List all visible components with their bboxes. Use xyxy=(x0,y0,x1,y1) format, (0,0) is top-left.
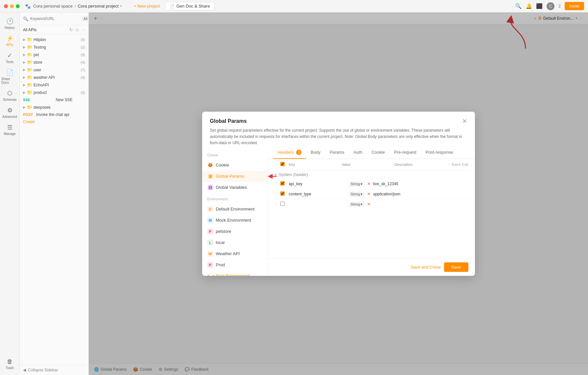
checkbox-content-type[interactable] xyxy=(280,191,285,196)
tab-pre-request[interactable]: Pre-request xyxy=(389,146,421,159)
nav-env-prod[interactable]: P Prod xyxy=(202,259,268,271)
close-button[interactable] xyxy=(4,4,8,8)
trash-icon: 🗑 xyxy=(7,358,13,365)
refresh-icon[interactable]: ↻ xyxy=(69,27,73,32)
chevron-right-icon: ▶ xyxy=(23,105,26,109)
folder-icon: 📁 xyxy=(27,105,32,110)
param-check-api-key[interactable] xyxy=(280,181,288,187)
collapse-icon[interactable]: ▼ xyxy=(274,173,278,177)
tree-item-store[interactable]: ▶ 📁 store (4) xyxy=(20,58,88,66)
all-filter-tag[interactable]: All xyxy=(82,16,89,21)
chevron-right-icon: ▶ xyxy=(23,83,26,87)
sidebar-item-tests[interactable]: ✓ Tests xyxy=(0,49,19,66)
env-weather-icon: W xyxy=(207,251,213,257)
breadcrumb-project[interactable]: Cora personal project ▾ xyxy=(78,4,122,9)
sidebar-item-share-docs[interactable]: 📄 Share Docs xyxy=(0,66,19,87)
modal-close-button[interactable]: ✕ xyxy=(462,118,467,125)
type-dropdown-empty[interactable]: String ▾ xyxy=(349,202,365,207)
create-item-button[interactable]: Create xyxy=(20,118,88,125)
nav-env-mock[interactable]: M Mock Environment xyxy=(202,215,268,226)
invite-button[interactable]: Invite xyxy=(565,2,584,10)
param-value-content-type: application/json xyxy=(373,192,400,196)
minimize-button[interactable] xyxy=(10,4,14,8)
nav-item-cookie[interactable]: 🍪 Cookie xyxy=(202,160,268,171)
type-dropdown-api-key[interactable]: String ▾ xyxy=(349,181,365,187)
bell-icon-button[interactable]: 🔔 xyxy=(526,3,532,9)
collapse-sidebar-button[interactable]: ◀ Collapse Sidebar xyxy=(20,365,88,375)
tree-item-deepseek[interactable]: ▶ 📁 deepseek xyxy=(20,103,88,111)
drag-handle[interactable]: ⋮⋮ xyxy=(274,192,280,196)
tree-item-testing[interactable]: ▶ 📁 Testing (2) xyxy=(20,43,88,51)
folder-icon: 📁 xyxy=(27,90,32,95)
search-icon: 🔍 xyxy=(23,16,28,21)
tree-item-echoapi[interactable]: ▶ 📁 EchoAPI xyxy=(20,81,88,89)
nav-item-global-params[interactable]: ⊞ Global Params xyxy=(202,171,268,182)
sidebar-toolbar: All APIs ↻ ◇ ··· xyxy=(20,25,88,34)
tab-body[interactable]: Body xyxy=(306,146,325,159)
tab-new-project[interactable]: + New project xyxy=(130,2,164,10)
nav-item-global-variables[interactable]: ⊟ Global Variables xyxy=(202,182,268,193)
required-icon: ✕ xyxy=(367,192,370,196)
tree-item-product[interactable]: ▶ 📁 product (9) xyxy=(20,89,88,96)
nav-env-weather[interactable]: W Weather API xyxy=(202,248,268,259)
checkbox-api-key[interactable] xyxy=(280,181,285,186)
modal-title: Global Params xyxy=(210,118,247,124)
batch-edit-button[interactable]: ··· Batch Edit xyxy=(447,163,468,166)
filter-icon[interactable]: ◇ xyxy=(76,27,79,32)
param-key-content-type: content_type xyxy=(288,192,349,196)
drag-handle[interactable]: ⋮⋮ xyxy=(274,202,280,207)
share-docs-icon: 📄 xyxy=(6,69,13,76)
tab-gen-doc[interactable]: 📄 Gen Doc & Share xyxy=(165,2,214,10)
param-key-api-key: api_key xyxy=(288,182,349,186)
maximize-button[interactable] xyxy=(16,4,20,8)
nav-env-default[interactable]: D Default Environment xyxy=(202,204,268,215)
avatar[interactable]: C xyxy=(547,2,554,10)
new-environment-button[interactable]: + + New Environment xyxy=(202,271,268,276)
key-col-header: Key xyxy=(288,163,342,166)
tab-cookie[interactable]: Cookie xyxy=(367,146,389,159)
env-default-icon: D xyxy=(207,206,213,212)
drag-handle[interactable]: ⋮⋮ xyxy=(274,182,280,186)
search-input[interactable] xyxy=(30,16,80,21)
title-bar: 🐾 Cora personal space / Cora personal pr… xyxy=(0,0,588,12)
sidebar-item-trash[interactable]: 🗑 Trash xyxy=(0,356,19,372)
nav-env-petstore[interactable]: P petstore xyxy=(202,226,268,237)
type-dropdown-content-type[interactable]: String ▾ xyxy=(349,191,365,197)
sidebar-item-advanced[interactable]: ⚙ Advanced xyxy=(0,104,19,121)
tree-item-user[interactable]: ▶ 📁 user (7) xyxy=(20,66,88,74)
breadcrumb-space[interactable]: Cora personal space xyxy=(33,4,73,9)
tests-icon: ✓ xyxy=(7,52,12,59)
tab-auth[interactable]: Auth xyxy=(349,146,367,159)
tab-post-response[interactable]: Post-response xyxy=(421,146,458,159)
modal-right-panel: Headers 2 Body Params Auth Cookie Pre-re… xyxy=(268,146,475,276)
save-button[interactable]: Save xyxy=(444,262,468,272)
layout-icon-button[interactable]: ⬛ xyxy=(536,3,543,9)
param-check-empty[interactable] xyxy=(280,201,288,207)
tree-item-weather-api[interactable]: ▶ 📁 weather API (4) xyxy=(20,74,88,81)
tree-item-httpbin[interactable]: ▶ 📁 Httpbin (5) xyxy=(20,36,88,43)
sidebar-item-history[interactable]: 🕐 History xyxy=(0,15,19,32)
checkbox-empty[interactable] xyxy=(280,202,285,206)
apis-icon: ⚡ xyxy=(6,35,13,42)
tree-item-sse[interactable]: SSE New SSE xyxy=(20,96,88,103)
cookie-nav-icon: 🍪 xyxy=(207,162,213,168)
dots-icon: ··· xyxy=(447,163,450,166)
more-icon[interactable]: ··· xyxy=(82,27,85,32)
param-check-content-type[interactable] xyxy=(280,191,288,197)
search-icon-button[interactable]: 🔍 xyxy=(515,3,522,9)
tree-item-post-invoke[interactable]: POST Invoke the chat api xyxy=(20,111,88,118)
chevron-right-icon: ▶ xyxy=(23,38,26,41)
tab-params[interactable]: Params xyxy=(325,146,349,159)
plus-icon: + xyxy=(207,273,210,276)
tab-headers[interactable]: Headers 2 xyxy=(273,146,306,159)
sidebar-item-schemas[interactable]: ⬡ Schemas xyxy=(0,87,19,104)
tree-item-pet[interactable]: ▶ 📁 pet (9) xyxy=(20,51,88,58)
modal-header: Global Params ✕ xyxy=(202,112,475,125)
sidebar-item-manage[interactable]: ☰ Manage xyxy=(0,121,19,138)
value-col-header: Value xyxy=(341,163,394,166)
nav-env-local[interactable]: L local xyxy=(202,237,268,248)
select-all-checkbox[interactable] xyxy=(280,162,285,166)
save-and-close-button[interactable]: Save and Close xyxy=(411,265,441,270)
sidebar-item-apis[interactable]: ⚡ APIs xyxy=(0,32,19,49)
param-type-container: String ▾ ✕ live_sk_12345 xyxy=(349,181,409,187)
